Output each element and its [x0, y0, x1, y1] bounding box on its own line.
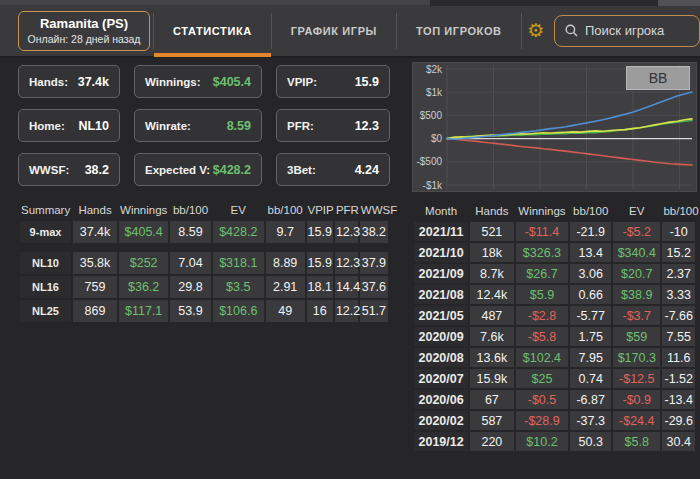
series-line-red — [447, 139, 692, 165]
table-cell: 18k — [470, 243, 513, 262]
row-label: 2021/09 — [414, 264, 468, 283]
table-cell: -6.87 — [570, 390, 611, 409]
table-row: 2020/02587-$28.9-37.3-$24.4-29.6 — [414, 411, 695, 430]
table-cell: 869 — [73, 300, 117, 322]
table-cell: $10.2 — [516, 432, 569, 451]
winnings-chart: BB $2k$1k$500$0-$500-$1k — [412, 62, 697, 192]
table-cell: $102.4 — [516, 348, 569, 367]
table-cell: 11.6 — [662, 348, 695, 367]
column-header: Month — [414, 202, 468, 220]
table-row: 2020/0715.9k$250.74-$12.5-1.52 — [414, 369, 695, 388]
search-input[interactable] — [585, 23, 689, 38]
stat-value: 37.4k — [78, 75, 109, 89]
table-cell: 3.06 — [570, 264, 611, 283]
row-label: NL10 — [20, 252, 71, 274]
row-label: 2020/09 — [414, 327, 468, 346]
column-header: Winnings — [516, 202, 569, 220]
stat-label: Expected V: — [145, 164, 210, 176]
table-cell: 35.8k — [73, 252, 117, 274]
main-tabs: СТАТИСТИКАГРАФИК ИГРЫТОП ИГРОКОВ — [153, 4, 522, 57]
table-cell: -$24.4 — [613, 411, 660, 430]
table-row: 2021/05487-$2.8-5.77-$3.7-7.66 — [414, 306, 695, 325]
stat-value: 8.59 — [227, 119, 251, 133]
table-cell: 7.55 — [662, 327, 695, 346]
stat-box-winrate: Winrate:8.59 — [134, 109, 262, 142]
table-cell: $25 — [516, 369, 569, 388]
y-tick-label: $1k — [426, 87, 443, 98]
player-search[interactable] — [554, 15, 700, 47]
row-label: 2021/05 — [414, 306, 468, 325]
column-header: bb/100 — [570, 202, 611, 220]
table-cell: -$0.5 — [516, 390, 569, 409]
table-cell: -1.52 — [662, 369, 695, 388]
table-cell: 18.1 — [307, 276, 333, 298]
stat-box-expected-v: Expected V:$428.2 — [134, 153, 262, 186]
table-cell: -$5.8 — [516, 327, 569, 346]
table-row: 2020/097.6k-$5.81.75$597.55 — [414, 327, 695, 346]
scrollbar-fragment[interactable] — [658, 0, 700, 6]
stat-label: WWSF: — [29, 164, 69, 176]
table-cell: -$0.9 — [613, 390, 660, 409]
stat-label: 3Bet: — [287, 164, 316, 176]
table-cell: 29.8 — [170, 276, 210, 298]
stat-box-wwsf: WWSF:38.2 — [18, 153, 120, 186]
table-cell: 521 — [470, 222, 513, 241]
table-cell: $26.7 — [516, 264, 569, 283]
stat-value: 4.24 — [355, 163, 379, 177]
tab-статистика[interactable]: СТАТИСТИКА — [154, 4, 271, 57]
table-row: 9-max37.4k$405.48.59$428.29.715.912.338.… — [20, 221, 388, 243]
stat-box-pfr: PFR:12.3 — [276, 109, 390, 142]
bb-toggle-button[interactable]: BB — [626, 66, 690, 90]
table-cell: $38.9 — [613, 285, 660, 304]
table-cell: -21.9 — [570, 222, 611, 241]
table-row: 2019/12220$10.250.3$5.830.4 — [414, 432, 695, 451]
stat-box-vpip: VPIP:15.9 — [276, 65, 390, 98]
row-label: 2021/08 — [414, 285, 468, 304]
player-badge[interactable]: Ramanita (PS) Онлайн: 28 дней назад — [18, 11, 150, 51]
table-cell: 2.91 — [266, 276, 305, 298]
table-cell: 0.66 — [570, 285, 611, 304]
table-cell: 15.2 — [662, 243, 695, 262]
table-cell: 49 — [266, 300, 305, 322]
search-icon — [565, 24, 578, 37]
row-label: 2021/11 — [414, 222, 468, 241]
tab-график-игры[interactable]: ГРАФИК ИГРЫ — [272, 4, 396, 57]
table-row: 2020/0667-$0.5-6.87-$0.9-13.4 — [414, 390, 695, 409]
table-row: NL1035.8k$2527.04$318.18.8915.912.337.9 — [20, 252, 388, 274]
table-cell: $117.1 — [119, 300, 168, 322]
column-header: PFR — [335, 201, 358, 219]
settings-button[interactable]: ⚙ — [522, 4, 550, 57]
table-cell: 38.2 — [360, 221, 388, 243]
table-cell: 37.9 — [360, 252, 388, 274]
table-cell: $428.2 — [213, 221, 264, 243]
table-cell: 13.4 — [570, 243, 611, 262]
table-cell: 12.4k — [470, 285, 513, 304]
stat-label: Winnings: — [145, 76, 200, 88]
column-header: bb/100 — [266, 201, 305, 219]
table-cell: 2.37 — [662, 264, 695, 283]
table-cell: -5.77 — [570, 306, 611, 325]
column-header: EV — [213, 201, 264, 219]
table-cell: -$3.7 — [613, 306, 660, 325]
table-cell: -$5.2 — [613, 222, 660, 241]
table-cell: 3.33 — [662, 285, 695, 304]
stat-value: NL10 — [78, 119, 109, 133]
stat-box-winnings: Winnings:$405.4 — [134, 65, 262, 98]
y-tick-label: $2k — [426, 64, 443, 75]
row-label: NL25 — [20, 300, 71, 322]
row-label: 2020/06 — [414, 390, 468, 409]
row-gap — [20, 245, 388, 250]
table-cell: 12.2 — [335, 300, 358, 322]
table-cell: -10 — [662, 222, 695, 241]
table-cell: -$12.5 — [613, 369, 660, 388]
table-cell: 487 — [470, 306, 513, 325]
column-header: Hands — [470, 202, 513, 220]
series-line-yellow — [447, 119, 692, 139]
left-panel: Hands:37.4kWinnings:$405.4VPIP:15.9Home:… — [18, 65, 390, 324]
stat-label: VPIP: — [287, 76, 317, 88]
table-row: 2021/098.7k$26.73.06$20.72.37 — [414, 264, 695, 283]
table-cell: $59 — [613, 327, 660, 346]
row-label: 2020/07 — [414, 369, 468, 388]
table-cell: 12.3 — [335, 221, 358, 243]
tab-топ-игроков[interactable]: ТОП ИГРОКОВ — [397, 4, 521, 57]
